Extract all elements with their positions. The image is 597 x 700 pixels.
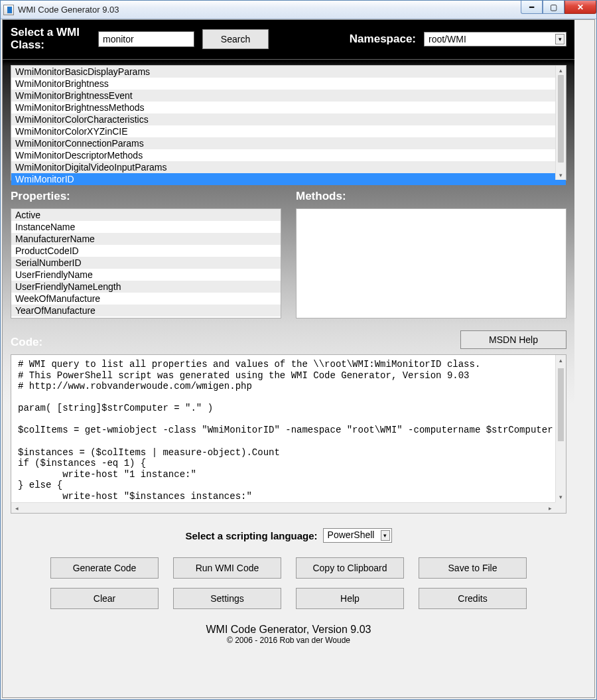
scroll-down-icon[interactable]: ▾ (556, 171, 566, 180)
scrollbar-horizontal[interactable]: ◂ ▸ (11, 502, 555, 513)
class-list-item[interactable]: WmiMonitorDigitalVideoInputParams (11, 161, 566, 173)
footer-copyright: © 2006 - 2016 Rob van der Woude (50, 636, 527, 645)
scrollbar-thumb[interactable] (558, 75, 564, 163)
class-list-item[interactable]: WmiMonitorID (11, 173, 566, 185)
code-textbox[interactable]: # WMI query to list all properties and v… (11, 354, 566, 514)
language-value: PowerShell (328, 529, 375, 540)
close-icon: ✕ (577, 3, 584, 12)
methods-label: Methods: (296, 190, 566, 203)
scroll-left-icon[interactable]: ◂ (11, 503, 22, 513)
search-button[interactable]: Search (202, 29, 269, 49)
chevron-down-icon: ▾ (555, 34, 564, 44)
property-list-item[interactable]: UserFriendlyNameLength (11, 281, 281, 293)
methods-listbox[interactable] (296, 208, 566, 318)
namespace-value: root/WMI (429, 34, 466, 44)
property-list-item[interactable]: YearOfManufacture (11, 305, 281, 316)
scroll-right-icon[interactable]: ▸ (545, 503, 555, 513)
properties-listbox[interactable]: ActiveInstanceNameManufacturerNameProduc… (11, 208, 281, 318)
footer-title: WMI Code Generator, Version 9.03 (50, 624, 527, 636)
class-list-item[interactable]: WmiMonitorBrightnessMethods (11, 102, 566, 113)
property-list-item[interactable]: ProductCodeID (11, 245, 281, 257)
scroll-up-icon[interactable]: ▴ (556, 355, 566, 366)
settings-button[interactable]: Settings (173, 588, 281, 609)
class-search-input[interactable] (98, 31, 194, 47)
property-list-item[interactable]: InstanceName (11, 221, 281, 233)
generate-code-button[interactable]: Generate Code (50, 557, 159, 579)
property-list-item[interactable]: ManufacturerName (11, 233, 281, 245)
language-select[interactable]: PowerShell ▾ (323, 528, 392, 543)
class-list-item[interactable]: WmiMonitorBrightnessEvent (11, 90, 566, 102)
window-maximize-button[interactable]: ▢ (543, 1, 564, 14)
scrollbar-vertical[interactable]: ▴ ▾ (555, 355, 566, 502)
footer: WMI Code Generator, Version 9.03 © 2006 … (50, 624, 527, 645)
class-list-item[interactable]: WmiMonitorColorXYZinCIE (11, 125, 566, 137)
copy-to-clipboard-button[interactable]: Copy to Clipboard (296, 557, 404, 579)
namespace-label: Namespace: (350, 33, 416, 46)
property-list-item[interactable]: Active (11, 209, 281, 221)
scroll-down-icon[interactable]: ▾ (556, 492, 566, 502)
class-list-item[interactable]: WmiMonitorBrightness (11, 78, 566, 90)
scrollbar-thumb[interactable] (558, 368, 564, 441)
scrollbar[interactable]: ▴ ▾ (555, 66, 566, 180)
credits-button[interactable]: Credits (419, 588, 527, 609)
window-minimize-button[interactable]: ━ (521, 1, 543, 14)
class-list-item[interactable]: WmiMonitorColorCharacteristics (11, 113, 566, 125)
property-list-item[interactable]: UserFriendlyName (11, 269, 281, 281)
scrollbar-corner (555, 502, 566, 513)
property-list-item[interactable]: WeekOfManufacture (11, 293, 281, 305)
select-class-label: Select a WMI Class: (11, 27, 90, 51)
client-area: Select a WMI Class: Search Namespace: ro… (2, 19, 595, 698)
save-to-file-button[interactable]: Save to File (419, 557, 527, 579)
properties-label: Properties: (11, 190, 281, 203)
chevron-down-icon: ▾ (381, 530, 390, 541)
class-listbox[interactable]: WmiMonitorBasicDisplayParamsWmiMonitorBr… (11, 65, 566, 180)
titlebar[interactable]: WMI Code Generator 9.03 ━ ▢ ✕ (1, 1, 596, 19)
scripting-language-label: Select a scripting language: (185, 530, 317, 541)
app-icon (3, 5, 14, 15)
clear-button[interactable]: Clear (50, 588, 159, 609)
minimize-icon: ━ (529, 3, 534, 12)
window-title: WMI Code Generator 9.03 (18, 5, 119, 15)
window-close-button[interactable]: ✕ (564, 1, 596, 14)
maximize-icon: ▢ (550, 3, 557, 12)
code-label: Code: (11, 336, 460, 349)
top-toolbar: Select a WMI Class: Search Namespace: ro… (3, 20, 574, 60)
namespace-select[interactable]: root/WMI ▾ (424, 32, 566, 46)
main-window: WMI Code Generator 9.03 ━ ▢ ✕ Select a W… (0, 0, 597, 700)
scroll-up-icon[interactable]: ▴ (556, 66, 566, 75)
property-list-item[interactable]: SerialNumberID (11, 257, 281, 269)
class-list-item[interactable]: WmiMonitorConnectionParams (11, 137, 566, 149)
run-wmi-code-button[interactable]: Run WMI Code (173, 557, 281, 579)
class-list-item[interactable]: WmiMonitorBasicDisplayParams (11, 66, 566, 78)
msdn-help-button[interactable]: MSDN Help (460, 330, 566, 349)
class-list-item[interactable]: WmiMonitorDescriptorMethods (11, 149, 566, 161)
help-button[interactable]: Help (296, 588, 404, 609)
